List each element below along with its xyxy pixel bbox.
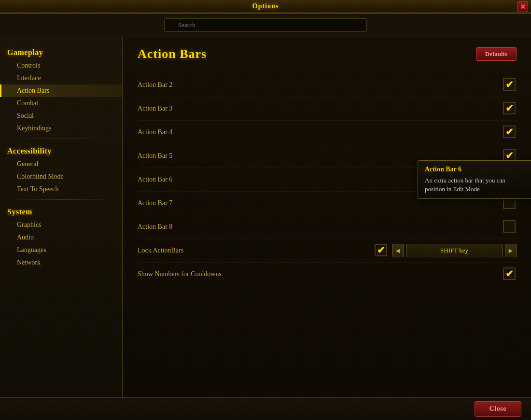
title-bar: Options ✕	[0, 0, 531, 14]
search-input[interactable]	[178, 21, 362, 29]
footer: Close	[0, 397, 531, 420]
sidebar-item-action-bars[interactable]: Action Bars	[0, 84, 122, 97]
sidebar-item-network[interactable]: Network	[0, 256, 122, 269]
sidebar-item-text-to-speech[interactable]: Text To Speech	[0, 183, 122, 196]
checkbox-bg: ✔	[375, 244, 387, 256]
setting-label-action-bar-8: Action Bar 8	[138, 223, 503, 231]
sidebar-item-combat[interactable]: Combat	[0, 97, 122, 110]
sidebar-item-interface[interactable]: Interface	[0, 72, 122, 84]
checkbox-bg	[503, 220, 516, 233]
separator-1	[7, 139, 115, 139]
setting-label-action-bar-5: Action Bar 5	[138, 152, 503, 160]
setting-row-action-bar-2: Action Bar 2 ✔	[138, 73, 517, 97]
sidebar: Gameplay Controls Interface Action Bars …	[0, 37, 123, 397]
close-dialog-button[interactable]: Close	[475, 401, 521, 417]
main-content: Gameplay Controls Interface Action Bars …	[0, 37, 531, 397]
sidebar-item-general[interactable]: General	[0, 158, 122, 170]
sidebar-item-colorblind-mode[interactable]: Colorblind Mode	[0, 170, 122, 183]
defaults-button[interactable]: Defaults	[476, 47, 517, 61]
checkmark-icon: ✔	[505, 127, 514, 137]
checkbox-bg: ✔	[503, 267, 516, 280]
checkbox-bg: ✔	[503, 102, 516, 114]
setting-label-show-numbers: Show Numbers for Cooldowns	[138, 270, 503, 278]
sidebar-item-social[interactable]: Social	[0, 110, 122, 122]
checkbox-bg: ✔	[503, 126, 516, 138]
setting-label-action-bar-7: Action Bar 7	[138, 199, 503, 207]
lock-controls: ◄ SHIFT key ►	[392, 244, 517, 257]
page-title: Action Bars	[138, 47, 207, 61]
sidebar-section-system: System Graphics Audio Languages Network	[0, 204, 122, 269]
setting-label-action-bar-4: Action Bar 4	[138, 128, 503, 136]
sidebar-header-gameplay: Gameplay	[0, 44, 122, 59]
checkbox-action-bar-2[interactable]: ✔	[503, 78, 517, 92]
search-box	[164, 18, 367, 32]
lock-arrow-right-button[interactable]: ►	[505, 244, 517, 257]
content-panel: Action Bars Defaults Action Bar 2 ✔ Acti…	[123, 37, 531, 397]
tooltip-text: An extra action bar that you can positio…	[425, 176, 526, 194]
options-dialog: Options ✕ 🔍 Gameplay Controls Interface …	[0, 0, 531, 420]
checkmark-icon: ✔	[377, 245, 385, 255]
lock-arrow-left-button[interactable]: ◄	[392, 244, 404, 257]
search-area: 🔍	[0, 14, 531, 37]
checkbox-bg: ✔	[503, 78, 516, 91]
setting-label-action-bar-3: Action Bar 3	[138, 105, 503, 112]
setting-label-action-bar-2: Action Bar 2	[138, 81, 503, 89]
checkbox-action-bar-3[interactable]: ✔	[503, 102, 517, 115]
sidebar-section-gameplay: Gameplay Controls Interface Action Bars …	[0, 44, 122, 135]
sidebar-header-system: System	[0, 204, 122, 219]
setting-row-action-bar-8: Action Bar 8	[138, 215, 517, 239]
checkbox-show-numbers[interactable]: ✔	[503, 267, 517, 281]
setting-row-action-bar-4: Action Bar 4 ✔	[138, 121, 517, 144]
setting-row-show-numbers: Show Numbers for Cooldowns ✔	[138, 263, 517, 286]
sidebar-item-controls[interactable]: Controls	[0, 59, 122, 72]
sidebar-item-audio[interactable]: Audio	[0, 231, 122, 244]
sidebar-header-accessibility: Accessibility	[0, 143, 122, 158]
separator-2	[7, 199, 115, 200]
setting-row-action-bar-3: Action Bar 3 ✔	[138, 97, 517, 121]
checkmark-icon: ✔	[505, 103, 514, 113]
setting-row-lock-action-bars: Lock ActionBars ✔ ◄ SHIFT key ►	[138, 239, 517, 263]
checkmark-icon: ✔	[505, 269, 514, 279]
window-close-button[interactable]: ✕	[517, 1, 528, 12]
search-wrapper: 🔍	[164, 18, 367, 32]
sidebar-item-graphics[interactable]: Graphics	[0, 219, 122, 231]
checkbox-action-bar-4[interactable]: ✔	[503, 126, 517, 139]
sidebar-item-keybindings[interactable]: Keybindings	[0, 122, 122, 135]
tooltip-title: Action Bar 6	[425, 166, 526, 173]
checkbox-lock-action-bars[interactable]: ✔	[375, 244, 388, 257]
action-bar-6-tooltip: Action Bar 6 An extra action bar that yo…	[418, 160, 531, 199]
lock-key-dropdown[interactable]: SHIFT key	[406, 244, 503, 257]
checkmark-icon: ✔	[505, 80, 514, 89]
checkbox-action-bar-8[interactable]	[503, 220, 517, 234]
checkmark-icon: ✔	[505, 151, 514, 160]
setting-label-lock-action-bars: Lock ActionBars	[138, 247, 371, 254]
sidebar-section-accessibility: Accessibility General Colorblind Mode Te…	[0, 143, 122, 196]
content-header: Action Bars Defaults	[138, 47, 517, 61]
dialog-title: Options	[252, 2, 279, 10]
sidebar-item-languages[interactable]: Languages	[0, 244, 122, 256]
